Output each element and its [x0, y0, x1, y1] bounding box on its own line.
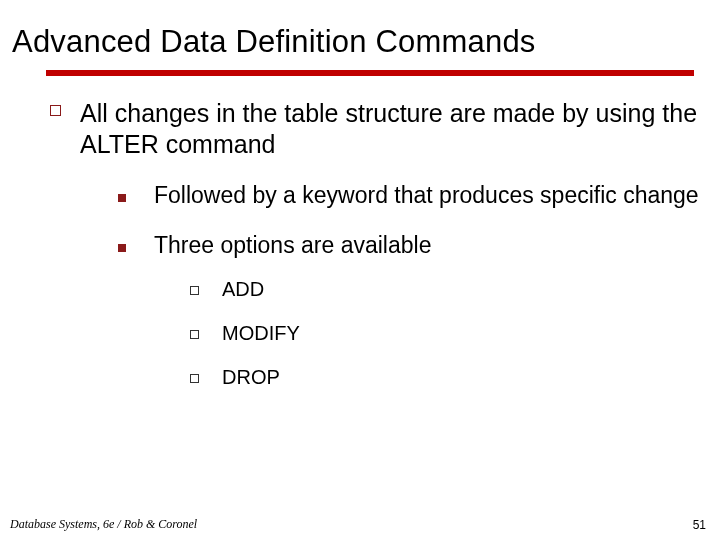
list-item: Followed by a keyword that produces spec… [118, 181, 702, 209]
title-underline [46, 70, 694, 76]
slide: Advanced Data Definition Commands All ch… [0, 0, 720, 540]
lvl2-text: Three options are available [154, 231, 431, 259]
list-item: All changes in the table structure are m… [50, 98, 702, 159]
hollow-square-icon [190, 365, 222, 389]
page-number: 51 [693, 518, 706, 532]
hollow-square-icon [190, 321, 222, 345]
page-title: Advanced Data Definition Commands [12, 24, 702, 60]
list-item: DROP [190, 365, 702, 389]
solid-square-icon [118, 231, 154, 259]
list-item: MODIFY [190, 321, 702, 345]
footer-source: Database Systems, 6e / Rob & Coronel [10, 517, 197, 532]
lvl2-text: Followed by a keyword that produces spec… [154, 181, 699, 209]
content-body: All changes in the table structure are m… [18, 98, 702, 389]
hollow-square-icon [190, 277, 222, 301]
lvl3-text: ADD [222, 277, 264, 301]
lvl3-text: MODIFY [222, 321, 300, 345]
hollow-square-icon [50, 98, 80, 159]
solid-square-icon [118, 181, 154, 209]
lvl3-text: DROP [222, 365, 280, 389]
list-item: ADD [190, 277, 702, 301]
lvl1-text: All changes in the table structure are m… [80, 98, 702, 159]
list-item: Three options are available [118, 231, 702, 259]
